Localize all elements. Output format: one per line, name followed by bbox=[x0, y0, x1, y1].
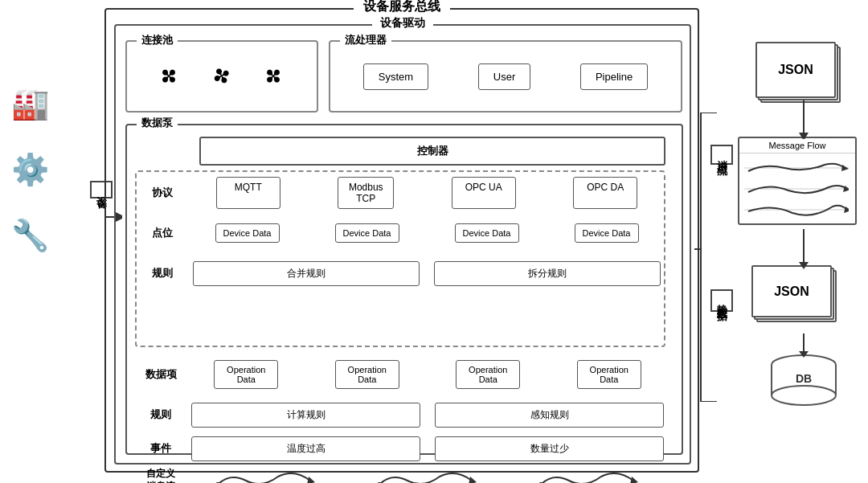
connector-icon-1: ✤ bbox=[154, 61, 184, 91]
sense-rule: 感知规则 bbox=[435, 403, 664, 428]
protocol-label: 协议 bbox=[140, 186, 185, 200]
rule-label-1: 规则 bbox=[140, 266, 185, 280]
data-pump: 数据泵 控制器 协议 MQTT ModbusTCP OPC UA OPC DA bbox=[125, 124, 683, 455]
json-paper-frontb: JSON bbox=[751, 265, 832, 317]
arrow-json-to-db bbox=[796, 334, 812, 361]
event-2: 数量过少 bbox=[435, 436, 664, 461]
controller-box: 控制器 bbox=[199, 137, 665, 166]
db-cylinder: DB bbox=[768, 354, 840, 410]
event-1: 温度过高 bbox=[191, 436, 420, 461]
protocol-mqtt: MQTT bbox=[216, 177, 280, 209]
protocol-opcda: OPC DA bbox=[573, 177, 637, 209]
protocol-modbus: ModbusTCP bbox=[338, 177, 394, 209]
svg-point-17 bbox=[772, 386, 836, 405]
flow-processor-items: System User Pipeline bbox=[330, 42, 681, 111]
custom-flow-label: 自定义消息流 bbox=[138, 468, 183, 483]
flow-processor-title: 流处理器 bbox=[340, 33, 391, 47]
arrow-json-to-msgflow bbox=[796, 100, 812, 142]
driver-box-title: 设备驱动 bbox=[372, 16, 433, 31]
custom-flow-arrows bbox=[188, 469, 667, 483]
event-items: 温度过高 数量过少 bbox=[188, 436, 667, 461]
device-icon-1: 🏭 bbox=[11, 88, 49, 119]
flow-arrow-3 bbox=[537, 469, 641, 483]
driver-box: 设备驱动 连接池 ✤ ✤ ✤ 流处理器 System User Pipeline bbox=[114, 24, 691, 465]
svg-marker-3 bbox=[469, 477, 477, 483]
svg-text:DB: DB bbox=[796, 372, 812, 385]
outer-box-title: 设备服务总线 bbox=[354, 0, 450, 15]
arrow-msgflow-to-staticjson bbox=[796, 229, 812, 272]
device-data-2: Device Data bbox=[335, 223, 399, 243]
json-paper-front: JSON bbox=[755, 42, 836, 98]
device-data-row: 点位 Device Data Device Data Device Data D… bbox=[140, 215, 664, 251]
protocol-opcua: OPC UA bbox=[452, 177, 516, 209]
connector-icon-2: ✤ bbox=[208, 61, 236, 92]
outer-box: 设备服务总线 设备驱动 连接池 ✤ ✤ ✤ 流处理器 System User P… bbox=[104, 8, 699, 473]
svg-marker-24 bbox=[799, 351, 809, 358]
event-row: 事件 温度过高 数量过少 bbox=[138, 434, 667, 463]
svg-marker-5 bbox=[630, 477, 638, 483]
device-icon-2: ⚙️ bbox=[11, 154, 49, 185]
data-pump-title: 数据泵 bbox=[137, 116, 178, 130]
flow-arrow-2 bbox=[375, 469, 480, 483]
op-data-2: OperationData bbox=[335, 360, 399, 389]
rule-label-2: 规则 bbox=[138, 407, 183, 422]
json-stack-bottom: JSON bbox=[751, 265, 848, 330]
msg-flow-svg-2 bbox=[744, 181, 849, 197]
rule-items-2: 计算规则 感知规则 bbox=[188, 403, 667, 428]
op-data-3: OperationData bbox=[456, 360, 520, 389]
db-icon: DB bbox=[768, 354, 840, 410]
dashed-region: 协议 MQTT ModbusTCP OPC UA OPC DA 点位 Devic… bbox=[135, 170, 665, 347]
op-data-row: 数据项 OperationData OperationData Operatio… bbox=[138, 354, 667, 395]
flow-item-user: User bbox=[478, 63, 530, 90]
op-data-items: OperationData OperationData OperationDat… bbox=[188, 360, 667, 389]
flow-item-system: System bbox=[363, 63, 428, 90]
rule-row-1: 规则 合并规则 拆分规则 bbox=[140, 257, 664, 289]
msg-flow-svg-1 bbox=[744, 160, 849, 176]
svg-marker-22 bbox=[799, 262, 809, 269]
msg-flow-svg-3 bbox=[744, 202, 849, 218]
flow-processor: 流处理器 System User Pipeline bbox=[329, 40, 682, 113]
left-devices: 🏭 ⚙️ 🔧 bbox=[11, 88, 49, 251]
rule-row-2: 规则 计算规则 感知规则 bbox=[138, 400, 667, 429]
diagram-wrapper: 🏭 ⚙️ 🔧 设备 设备服务总线 设备驱动 连接池 ✤ ✤ ✤ bbox=[0, 0, 868, 483]
svg-marker-20 bbox=[799, 133, 809, 139]
device-data-4: Device Data bbox=[575, 223, 639, 243]
op-data-4: OperationData bbox=[577, 360, 641, 389]
device-data-3: Device Data bbox=[455, 223, 519, 243]
flow-diagram-content bbox=[739, 153, 855, 224]
op-data-1: OperationData bbox=[214, 360, 278, 389]
calc-rule: 计算规则 bbox=[191, 403, 420, 428]
data-item-label: 数据项 bbox=[138, 368, 183, 382]
event-label: 事件 bbox=[138, 441, 183, 456]
svg-marker-1 bbox=[307, 477, 315, 483]
point-label: 点位 bbox=[140, 226, 185, 240]
flow-arrow-1 bbox=[214, 469, 318, 483]
flow-item-pipeline: Pipeline bbox=[580, 63, 648, 90]
message-flow-diagram: Message Flow bbox=[738, 137, 857, 225]
bracket-right bbox=[694, 113, 719, 405]
device-data-1: Device Data bbox=[215, 223, 280, 243]
protocol-items: MQTT ModbusTCP OPC UA OPC DA bbox=[190, 177, 664, 209]
connection-pool-title: 连接池 bbox=[137, 33, 178, 47]
device-data-items: Device Data Device Data Device Data Devi… bbox=[190, 223, 664, 243]
rule-items-1: 合并规则 拆分规则 bbox=[190, 261, 664, 286]
custom-flow-row: 自定义消息流 bbox=[138, 463, 667, 483]
connection-pool: 连接池 ✤ ✤ ✤ bbox=[125, 40, 318, 113]
split-rule: 拆分规则 bbox=[434, 261, 661, 286]
protocol-row: 协议 MQTT ModbusTCP OPC UA OPC DA bbox=[140, 177, 664, 209]
connection-pool-icons: ✤ ✤ ✤ bbox=[127, 42, 317, 111]
device-icon-3: 🔧 bbox=[11, 220, 49, 251]
connector-icon-3: ✤ bbox=[260, 61, 289, 91]
merge-rule: 合并规则 bbox=[193, 261, 420, 286]
